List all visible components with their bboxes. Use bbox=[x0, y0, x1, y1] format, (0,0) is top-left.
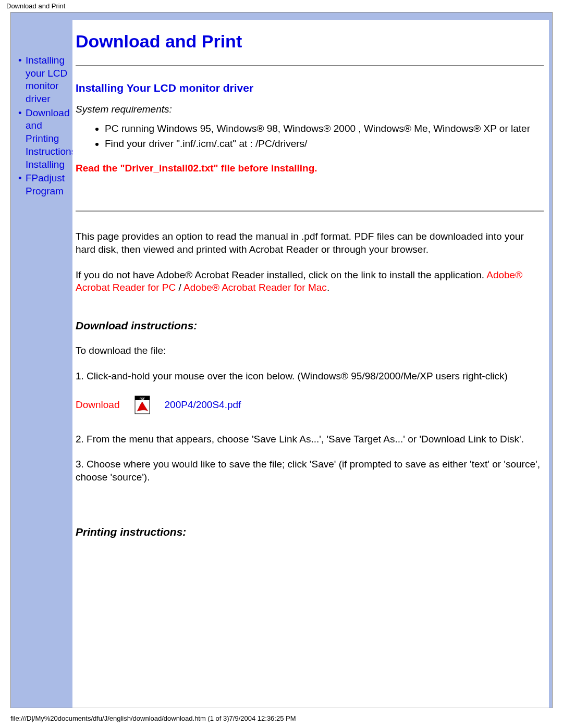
divider bbox=[76, 65, 544, 66]
requirements-list: PC running Windows 95, Windows® 98, Wind… bbox=[76, 122, 544, 150]
link-separator: / bbox=[176, 282, 183, 293]
printing-instructions-heading: Printing instructions: bbox=[76, 526, 544, 538]
svg-text:PDF: PDF bbox=[140, 397, 145, 400]
requirement-item: PC running Windows 95, Windows® 98, Wind… bbox=[105, 122, 544, 135]
intro-suffix: . bbox=[327, 282, 329, 293]
main-content: Download and Print Installing Your LCD m… bbox=[72, 20, 549, 708]
section-heading-install-driver: Installing Your LCD monitor driver bbox=[76, 82, 544, 94]
pdf-icon[interactable]: PDF bbox=[134, 396, 150, 414]
download-step-2: 2. From the menu that appears, choose 'S… bbox=[76, 433, 544, 446]
bullet-icon: • bbox=[18, 172, 26, 198]
sidebar-nav: • Installing your LCD monitor driver • D… bbox=[14, 20, 72, 199]
divider bbox=[76, 211, 544, 212]
page-title: Download and Print bbox=[76, 31, 544, 52]
sidebar-item-download-instructions[interactable]: • Download and Printing Instructions Ins… bbox=[18, 107, 72, 171]
pdf-download-link[interactable]: 200P4/200S4.pdf bbox=[165, 399, 241, 411]
intro-text: If you do not have Adobe® Acrobat Reader… bbox=[76, 269, 486, 280]
bullet-icon: • bbox=[18, 54, 26, 106]
browser-header-title: Download and Print bbox=[0, 0, 563, 12]
download-label: Download bbox=[76, 399, 120, 411]
download-intro: To download the file: bbox=[76, 344, 544, 357]
download-step-3: 3. Choose where you would like to save t… bbox=[76, 458, 544, 484]
install-warning: Read the "Driver_install02.txt" file bef… bbox=[76, 163, 544, 174]
sidebar-item-fpadjust[interactable]: • FPadjust Program bbox=[18, 172, 72, 198]
acrobat-mac-link[interactable]: Adobe® Acrobat Reader for Mac bbox=[183, 282, 327, 293]
download-row: Download PDF 200P4/200S4.pdf bbox=[76, 396, 544, 414]
download-instructions-heading: Download instructions: bbox=[76, 319, 544, 332]
download-step-1: 1. Click-and-hold your mouse over the ic… bbox=[76, 370, 544, 383]
intro-paragraph-1: This page provides an option to read the… bbox=[76, 230, 544, 256]
sidebar-item-installing-driver[interactable]: • Installing your LCD monitor driver bbox=[18, 54, 72, 106]
intro-paragraph-2: If you do not have Adobe® Acrobat Reader… bbox=[76, 269, 544, 294]
page-frame: • Installing your LCD monitor driver • D… bbox=[10, 12, 553, 708]
sidebar-link[interactable]: FPadjust Program bbox=[26, 172, 72, 198]
sidebar-link[interactable]: Installing your LCD monitor driver bbox=[26, 54, 72, 106]
system-requirements-label: System requirements: bbox=[76, 104, 544, 115]
footer-file-path: file:///D|/My%20documents/dfu/J/english/… bbox=[0, 708, 563, 726]
sidebar-link[interactable]: Download and Printing Instructions Insta… bbox=[26, 107, 76, 171]
requirement-item: Find your driver ".inf/.icm/.cat" at : /… bbox=[105, 138, 544, 151]
bullet-icon: • bbox=[18, 107, 26, 171]
